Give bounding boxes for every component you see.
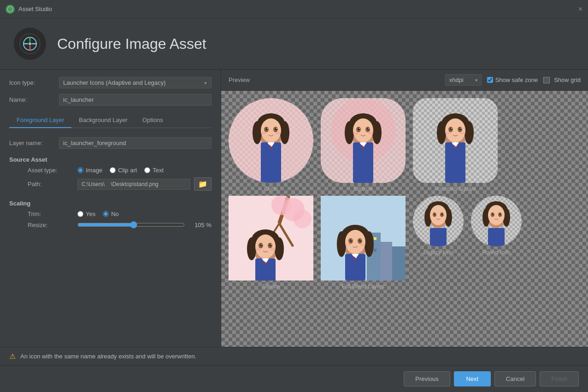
svg-point-9 xyxy=(29,42,31,45)
icon-type-select[interactable]: Launcher Icons (Adaptive and Legacy) Not… xyxy=(59,77,212,88)
svg-point-123 xyxy=(345,243,351,246)
svg-point-97 xyxy=(270,244,271,245)
asset-type-clipart-option[interactable]: Clip art xyxy=(110,167,137,174)
trim-yes-radio[interactable] xyxy=(77,211,83,217)
name-input[interactable] xyxy=(59,94,212,105)
svg-point-142 xyxy=(435,213,436,214)
resize-row: Resize: 105 % xyxy=(9,221,212,228)
asset-type-text-radio[interactable] xyxy=(144,167,150,173)
trim-no-option[interactable]: No xyxy=(103,211,119,217)
show-safe-zone-checkbox[interactable] xyxy=(487,77,493,83)
svg-rect-160 xyxy=(488,228,505,246)
show-safe-zone-option[interactable]: Show safe zone xyxy=(487,76,538,83)
icon-type-select-wrapper[interactable]: Launcher Icons (Adaptive and Legacy) Not… xyxy=(59,77,212,88)
preview-item-squircle: Squircle xyxy=(321,98,406,192)
asset-type-clipart-radio[interactable] xyxy=(110,167,116,173)
asset-type-clipart-label: Clip art xyxy=(118,167,137,174)
svg-point-86 xyxy=(271,196,292,215)
preview-item-full-bleed: Full Bleed Layers xyxy=(321,196,406,290)
tab-options[interactable]: Options xyxy=(135,113,171,128)
trim-yes-label: Yes xyxy=(86,211,95,217)
show-safe-zone-label: Show safe zone xyxy=(495,76,538,83)
svg-point-61 xyxy=(437,121,446,144)
resize-value: 105 % xyxy=(188,222,212,228)
preview-icon-legacy xyxy=(413,196,464,246)
svg-point-116 xyxy=(345,230,365,254)
svg-point-48 xyxy=(368,128,369,129)
preview-row-2: Square xyxy=(229,196,581,290)
resize-label: Resize: xyxy=(28,222,74,228)
svg-point-50 xyxy=(368,132,373,135)
path-input[interactable] xyxy=(77,179,190,190)
layer-name-label: Layer name: xyxy=(9,140,55,146)
svg-point-85 xyxy=(293,210,312,228)
close-button[interactable]: × xyxy=(578,5,582,13)
svg-point-41 xyxy=(372,121,382,144)
finish-button[interactable]: Finish xyxy=(540,371,579,386)
left-panel: Icon type: Launcher Icons (Adaptive and … xyxy=(0,70,221,347)
preview-label: Preview xyxy=(229,76,250,83)
svg-rect-144 xyxy=(430,228,447,246)
svg-point-91 xyxy=(255,234,276,258)
preview-toolbar: Preview xhdpi mdpi hdpi xxhdpi xxxhdpi ▼… xyxy=(221,70,588,91)
icon-type-label: Icon type: xyxy=(9,79,55,86)
svg-point-68 xyxy=(451,128,452,129)
svg-point-137 xyxy=(430,205,447,225)
right-panel: Preview xhdpi mdpi hdpi xxhdpi xxxhdpi ▼… xyxy=(221,70,588,347)
svg-point-89 xyxy=(247,237,256,260)
svg-rect-106 xyxy=(381,242,392,281)
path-label: Path: xyxy=(28,181,74,187)
preview-icon-round xyxy=(471,196,522,246)
title-bar: Asset Studio × xyxy=(0,0,588,18)
svg-point-158 xyxy=(493,213,494,214)
svg-point-42 xyxy=(353,118,373,142)
preview-item-circle: Circle xyxy=(229,98,313,192)
svg-rect-109 xyxy=(374,237,376,240)
preview-item-square: Square xyxy=(229,196,313,290)
show-grid-checkbox-box[interactable] xyxy=(543,77,550,83)
tab-foreground-layer[interactable]: Foreground Layer xyxy=(9,113,71,128)
preview-icon-full-bleed xyxy=(321,196,406,281)
dpi-select[interactable]: xhdpi mdpi hdpi xxhdpi xxxhdpi xyxy=(445,74,482,86)
app-title: Asset Studio xyxy=(18,6,52,12)
tab-background-layer[interactable]: Background Layer xyxy=(71,113,135,128)
preview-row-1: Circle xyxy=(229,98,581,192)
name-row: Name: xyxy=(9,94,212,105)
cancel-button[interactable]: Cancel xyxy=(494,371,536,386)
svg-rect-111 xyxy=(374,249,376,252)
asset-type-image-radio[interactable] xyxy=(77,167,83,173)
source-asset-section: Source Asset Asset type: Image Clip art xyxy=(9,154,212,191)
svg-point-159 xyxy=(500,213,501,214)
asset-type-image-option[interactable]: Image xyxy=(77,167,102,174)
preview-icon-circle xyxy=(229,98,313,183)
svg-point-114 xyxy=(337,231,346,257)
svg-point-40 xyxy=(345,121,354,144)
asset-type-row: Asset type: Image Clip art Text xyxy=(9,167,212,174)
svg-point-17 xyxy=(253,121,262,144)
trim-yes-option[interactable]: Yes xyxy=(77,211,95,217)
preview-caption-full-bleed: Full Bleed Layers xyxy=(342,283,385,290)
svg-point-63 xyxy=(445,118,465,142)
trim-no-radio[interactable] xyxy=(103,211,109,217)
trim-row: Trim: Yes No xyxy=(9,211,212,217)
path-row: Path: 📁 xyxy=(9,177,212,191)
asset-type-label: Asset type: xyxy=(28,167,74,174)
previous-button[interactable]: Previous xyxy=(404,371,450,386)
svg-point-62 xyxy=(465,121,474,144)
svg-rect-107 xyxy=(392,246,406,281)
preview-caption-square: Square xyxy=(262,283,280,290)
browse-button[interactable]: 📁 xyxy=(194,177,212,191)
svg-point-98 xyxy=(255,248,261,251)
show-grid-option[interactable]: Show grid xyxy=(543,76,581,83)
asset-type-text-option[interactable]: Text xyxy=(144,167,164,174)
resize-slider[interactable] xyxy=(77,221,185,228)
dpi-select-wrapper[interactable]: xhdpi mdpi hdpi xxhdpi xxxhdpi ▼ xyxy=(445,74,482,86)
layer-name-input[interactable] xyxy=(59,137,212,149)
svg-point-122 xyxy=(360,240,361,240)
next-button[interactable]: Next xyxy=(454,371,491,386)
icon-type-row: Icon type: Launcher Icons (Adaptive and … xyxy=(9,77,212,88)
preview-item-round-icon: Round Icon xyxy=(471,196,522,256)
page-title: Configure Image Asset xyxy=(57,35,206,53)
trim-no-label: No xyxy=(111,211,119,217)
preview-item-legacy-icon: Legacy Icon xyxy=(413,196,464,256)
